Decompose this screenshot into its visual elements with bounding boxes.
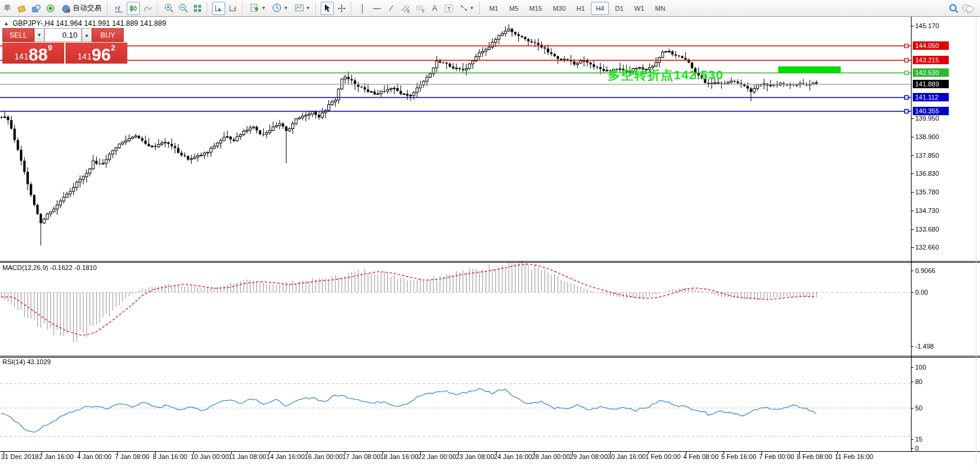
timeframe-m15[interactable]: M15 xyxy=(524,2,546,15)
volume-down-button[interactable]: ▼ xyxy=(34,28,44,42)
sell-price-sup: 9 xyxy=(48,43,52,52)
search-icon[interactable] xyxy=(947,2,960,15)
buy-price-panel[interactable]: 141 96 2 xyxy=(65,43,127,64)
time-axis-label: 30 Jan 16:00 xyxy=(608,453,646,460)
level-price-badge: 142.530 xyxy=(913,68,949,77)
volume-input[interactable] xyxy=(44,28,82,42)
vertical-line-icon[interactable]: │ xyxy=(356,2,369,15)
timeframe-m5[interactable]: M5 xyxy=(504,2,523,15)
signals-icon[interactable] xyxy=(44,2,57,15)
cursor-icon[interactable] xyxy=(321,2,334,15)
indicators-icon[interactable]: ▼ xyxy=(247,2,268,15)
globe-icon xyxy=(61,4,71,13)
price-tick-label: 137.850 xyxy=(915,152,939,159)
price-tick-label: 139.950 xyxy=(915,115,939,122)
level-price-badge: 143.215 xyxy=(913,56,949,64)
level-price-badge: 140.355 xyxy=(913,107,949,115)
collapse-panel-icon[interactable]: ▲ xyxy=(4,20,9,26)
timeframe-h4[interactable]: H4 xyxy=(591,2,609,15)
timeframe-group: M1M5M15M30H1H4D1W1MN xyxy=(484,2,671,15)
sell-button[interactable]: SELL xyxy=(2,28,34,42)
rsi-axis-label: 100 xyxy=(915,364,926,371)
fibonacci-icon[interactable]: F xyxy=(414,2,427,15)
price-tick-label: 134.730 xyxy=(915,207,939,214)
crosshair-icon[interactable] xyxy=(335,2,348,15)
level-price-badge: 141.112 xyxy=(913,93,949,101)
chart-header: ▲ GBPJPY-,H4 141.964 141.991 141.889 141… xyxy=(4,19,166,28)
text-label-icon[interactable]: T xyxy=(443,2,456,15)
pivot-annotation: 多空转折点142.530 xyxy=(608,67,724,83)
timeframe-m30[interactable]: M30 xyxy=(548,2,570,15)
auto-scroll-icon[interactable] xyxy=(212,2,225,15)
time-axis-label: 10 Jan 00:00 xyxy=(191,453,229,460)
macd-axis-label: -1.498 xyxy=(915,343,934,350)
buy-price-sup: 2 xyxy=(111,43,115,52)
time-axis-label: 11 Jan 08:00 xyxy=(229,453,267,460)
arrows-icon[interactable]: ▼ xyxy=(457,2,477,15)
time-axis-label: 8 Feb 08:00 xyxy=(797,453,832,460)
tile-windows-icon[interactable] xyxy=(191,2,204,15)
svg-text:F: F xyxy=(422,9,425,13)
time-axis-label: 24 Jan 16:00 xyxy=(494,453,532,460)
market-watch-icon[interactable] xyxy=(29,2,43,15)
buy-button[interactable]: BUY xyxy=(92,28,124,42)
time-axis-label: 2 Jan 16:00 xyxy=(39,453,74,460)
time-axis-label: 5 Feb 16:00 xyxy=(721,453,757,460)
time-axis-label: 1 Feb 00:00 xyxy=(646,453,681,460)
volume-up-button[interactable]: ▲ xyxy=(82,28,92,42)
periods-icon[interactable]: ▼ xyxy=(270,2,291,15)
timeframe-m1[interactable]: M1 xyxy=(485,2,503,15)
one-click-trading: SELL ▼ ▲ BUY 141 88 9 141 96 2 xyxy=(2,28,127,64)
svg-text:E: E xyxy=(407,9,410,13)
equidistant-channel-icon[interactable]: E xyxy=(399,2,413,15)
chart-canvas[interactable] xyxy=(0,0,980,465)
symbol-title: GBPJPY-,H4 141.964 141.991 141.889 141.8… xyxy=(13,19,166,28)
sell-price-panel[interactable]: 141 88 9 xyxy=(2,43,64,64)
time-axis-label: 28 Jan 00:00 xyxy=(531,453,570,460)
time-axis-label: 18 Jan 16:00 xyxy=(380,453,419,460)
buy-price-prefix: 141 xyxy=(77,52,91,61)
autotrading-button[interactable]: 自动交易 xyxy=(58,2,104,15)
time-axis-label: 7 Jan 08:00 xyxy=(115,453,150,460)
mt4-window: { "toolbar": { "partial_button": "单", "a… xyxy=(0,0,980,465)
new-order-button[interactable]: 单 xyxy=(1,2,14,15)
price-tick-label: 138.900 xyxy=(915,133,939,140)
price-tick-label: 136.830 xyxy=(915,170,939,177)
sell-price-big: 88 xyxy=(28,47,47,62)
horizontal-line-icon[interactable]: — xyxy=(371,2,384,15)
price-tick-label: 145.170 xyxy=(915,22,939,29)
zoom-in-icon[interactable] xyxy=(162,2,175,15)
zoom-out-icon[interactable] xyxy=(177,2,190,15)
timeframe-d1[interactable]: D1 xyxy=(610,2,628,15)
current-price-badge: 141.889 xyxy=(913,80,949,88)
price-tick-label: 133.680 xyxy=(915,226,939,233)
main-toolbar: 单 自动交易 ▼ ▼ ▼ │ — ∕ E F A T ▼ M1M5M15M30H… xyxy=(0,0,980,17)
time-axis-label: 4 Feb 08:00 xyxy=(683,453,719,460)
timeframe-mn[interactable]: MN xyxy=(650,2,670,15)
buy-price-big: 96 xyxy=(91,47,110,62)
rsi-axis-label: 15 xyxy=(915,436,922,443)
chart-shift-icon[interactable] xyxy=(226,2,240,15)
price-tick-label: 135.780 xyxy=(915,188,939,196)
templates-icon[interactable]: ▼ xyxy=(292,2,313,15)
time-axis-label: 8 Jan 16:00 xyxy=(153,453,187,460)
candlestick-chart-icon[interactable] xyxy=(127,2,140,15)
macd-label: MACD(12,26,9) -0.1622 -0.1810 xyxy=(2,264,97,271)
time-axis-label: 31 Dec 2018 xyxy=(1,453,38,460)
rsi-axis-label: 80 xyxy=(915,378,922,385)
text-icon[interactable]: A xyxy=(428,2,441,15)
rsi-axis-label: 0 xyxy=(915,445,919,452)
line-chart-icon[interactable] xyxy=(141,2,154,15)
price-tick-label: 132.660 xyxy=(915,244,939,251)
timeframe-h1[interactable]: H1 xyxy=(572,2,590,15)
charts-icon[interactable] xyxy=(15,2,28,15)
chat-icon[interactable] xyxy=(961,2,975,15)
time-axis-label: 4 Jan 00:00 xyxy=(77,453,112,460)
time-axis-label: 14 Jan 16:00 xyxy=(267,453,305,460)
time-axis-label: 29 Jan 08:00 xyxy=(570,453,608,460)
bar-chart-icon[interactable] xyxy=(112,2,126,15)
trendline-icon[interactable]: ∕ xyxy=(385,2,398,15)
level-price-badge: 144.050 xyxy=(913,41,949,50)
sell-price-prefix: 141 xyxy=(14,52,28,61)
timeframe-w1[interactable]: W1 xyxy=(629,2,649,15)
